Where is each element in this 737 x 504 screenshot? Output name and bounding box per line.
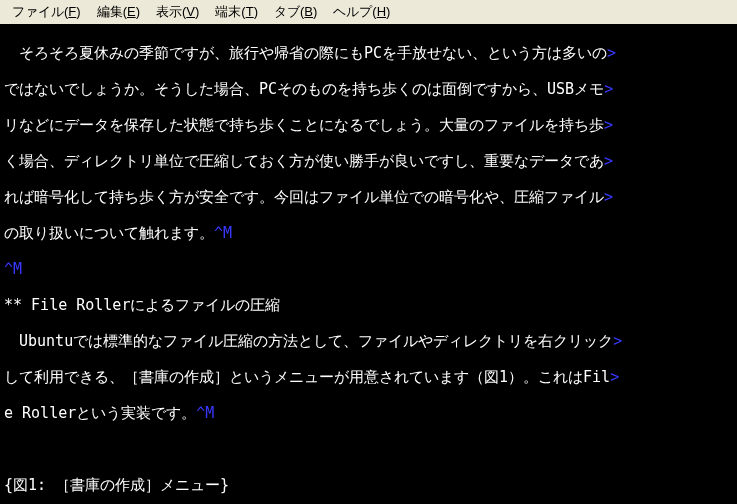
text-line: リなどにデータを保存した状態で持ち歩くことになるでしょう。大量のファイルを持ち歩… xyxy=(4,116,733,134)
text-line: して利用できる、［書庫の作成］というメニューが用意されています（図1）。これはF… xyxy=(4,368,733,386)
wrap-indicator: > xyxy=(610,368,619,386)
wrap-indicator: > xyxy=(607,44,616,62)
text-line: ^M xyxy=(4,260,733,278)
wrap-indicator: > xyxy=(604,188,613,206)
text-line: ではないでしょうか。そうした場合、PCそのものを持ち歩くのは面倒ですから、USB… xyxy=(4,80,733,98)
menu-view[interactable]: 表示(V) xyxy=(148,1,207,23)
text-line: {図1: ［書庫の作成］メニュー} xyxy=(4,476,733,494)
menu-help[interactable]: ヘルプ(H) xyxy=(325,1,398,23)
text-line: Ubuntuでは標準的なファイル圧縮の方法として、ファイルやディレクトリを右クリ… xyxy=(4,332,733,350)
text-line: そろそろ夏休みの季節ですが、旅行や帰省の際にもPCを手放せない、という方は多いの… xyxy=(4,44,733,62)
wrap-indicator: > xyxy=(604,80,613,98)
control-char: ^M xyxy=(214,224,232,242)
wrap-indicator: > xyxy=(613,332,622,350)
text-line xyxy=(4,440,733,458)
terminal-content[interactable]: そろそろ夏休みの季節ですが、旅行や帰省の際にもPCを手放せない、という方は多いの… xyxy=(0,24,737,504)
control-char: ^M xyxy=(4,260,22,278)
text-line: れば暗号化して持ち歩く方が安全です。今回はファイル単位での暗号化や、圧縮ファイル… xyxy=(4,188,733,206)
wrap-indicator: > xyxy=(604,152,613,170)
text-line: く場合、ディレクトリ単位で圧縮しておく方が使い勝手が良いですし、重要なデータであ… xyxy=(4,152,733,170)
menu-tab[interactable]: タブ(B) xyxy=(266,1,325,23)
menubar: ファイル(F) 編集(E) 表示(V) 端末(T) タブ(B) ヘルプ(H) xyxy=(0,0,737,24)
text-line: の取り扱いについて触れます。^M xyxy=(4,224,733,242)
text-line: ** File Rollerによるファイルの圧縮 xyxy=(4,296,733,314)
control-char: ^M xyxy=(196,404,214,422)
wrap-indicator: > xyxy=(604,116,613,134)
menu-edit[interactable]: 編集(E) xyxy=(89,1,148,23)
menu-file[interactable]: ファイル(F) xyxy=(4,1,89,23)
menu-terminal[interactable]: 端末(T) xyxy=(207,1,266,23)
text-line: e Rollerという実装です。^M xyxy=(4,404,733,422)
